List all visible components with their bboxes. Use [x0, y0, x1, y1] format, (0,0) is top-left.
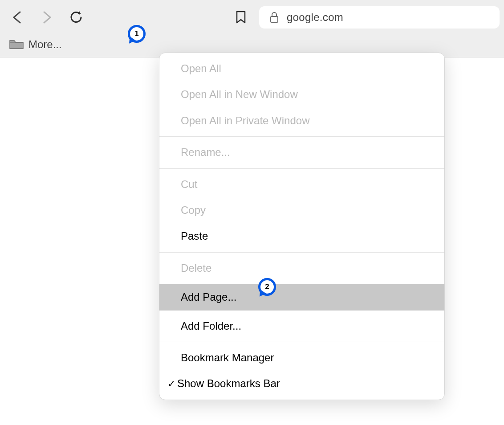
menu-open-all: Open All — [159, 56, 444, 82]
menu-show-bookmarks-bar[interactable]: ✓ Show Bookmarks Bar — [159, 371, 444, 396]
address-text: google.com — [287, 11, 343, 24]
address-bar-section: google.com — [234, 6, 500, 29]
reload-button[interactable] — [69, 11, 83, 24]
menu-copy: Copy — [159, 197, 444, 223]
address-bar[interactable]: google.com — [259, 6, 500, 29]
check-icon: ✓ — [167, 377, 175, 391]
folder-icon — [9, 39, 24, 50]
menu-paste[interactable]: Paste — [159, 223, 444, 249]
menu-add-page[interactable]: Add Page... — [159, 284, 444, 310]
menu-bookmark-manager[interactable]: Bookmark Manager — [159, 345, 444, 371]
forward-icon — [41, 11, 52, 24]
browser-chrome: google.com More... — [0, 0, 504, 57]
menu-add-folder[interactable]: Add Folder... — [159, 313, 444, 339]
annotation-marker-1: 1 — [128, 25, 146, 43]
bookmark-icon — [236, 11, 246, 24]
annotation-marker-2: 2 — [258, 278, 276, 296]
back-icon — [12, 11, 23, 24]
nav-buttons — [11, 11, 83, 24]
bookmarks-more-label: More... — [28, 38, 62, 51]
menu-open-all-private-window: Open All in Private Window — [159, 108, 444, 134]
forward-button — [40, 11, 53, 24]
menu-show-bookmarks-bar-label: Show Bookmarks Bar — [177, 376, 280, 391]
menu-rename: Rename... — [159, 139, 444, 165]
context-menu: Open All Open All in New Window Open All… — [159, 53, 445, 400]
svg-rect-0 — [271, 16, 278, 22]
back-button[interactable] — [11, 11, 24, 24]
bookmarks-more-button[interactable]: More... — [9, 38, 62, 51]
menu-open-all-new-window: Open All in New Window — [159, 82, 444, 107]
reload-icon — [70, 11, 82, 24]
toolbar: google.com — [0, 0, 504, 35]
menu-cut: Cut — [159, 172, 444, 197]
bookmark-button[interactable] — [234, 11, 248, 24]
lock-icon — [270, 12, 279, 23]
menu-delete: Delete — [159, 255, 444, 281]
